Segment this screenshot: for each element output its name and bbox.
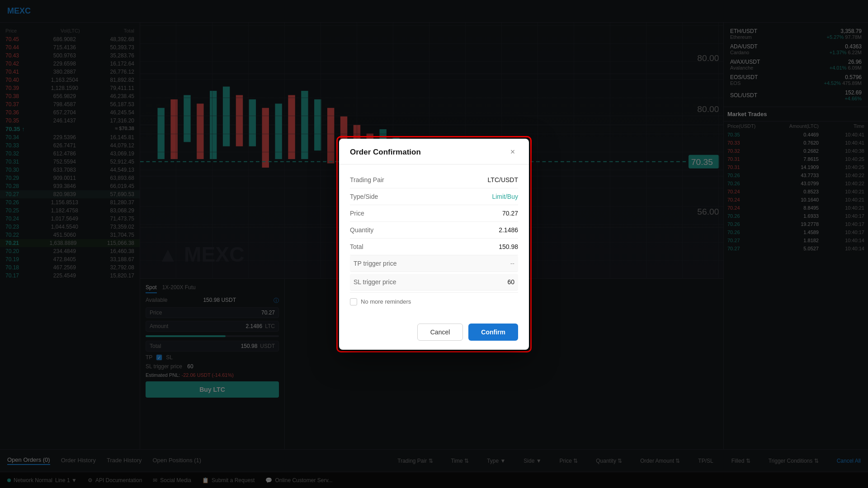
tp-trigger-value: -- xyxy=(510,260,514,267)
quantity-value: 2.1486 xyxy=(499,226,518,234)
quantity-label: Quantity xyxy=(350,226,373,234)
price-row: Price 70.27 xyxy=(350,205,518,222)
price-label: Price xyxy=(350,210,364,217)
type-side-row: Type/Side Limit/Buy xyxy=(350,188,518,205)
no-reminder-checkbox[interactable] xyxy=(350,298,357,305)
sl-trigger-label: SL trigger price xyxy=(354,278,396,286)
order-confirmation-modal: Order Confirmation × Trading Pair LTC/US… xyxy=(339,139,529,350)
confirm-button[interactable]: Confirm xyxy=(468,324,518,341)
reminder-label: No more reminders xyxy=(361,298,411,305)
type-side-value: Limit/Buy xyxy=(492,193,518,200)
modal-title: Order Confirmation xyxy=(350,148,421,157)
total-row: Total 150.98 xyxy=(350,239,518,255)
sl-trigger-row: SL trigger price 60 xyxy=(350,274,518,291)
sl-trigger-value: 60 xyxy=(507,278,514,286)
trading-pair-row: Trading Pair LTC/USDT xyxy=(350,172,518,188)
modal-highlight-border: Order Confirmation × Trading Pair LTC/US… xyxy=(336,136,532,352)
trading-pair-value: LTC/USDT xyxy=(488,176,518,183)
type-side-label: Type/Side xyxy=(350,193,378,200)
close-modal-button[interactable]: × xyxy=(507,147,518,158)
tp-trigger-row: TP trigger price -- xyxy=(350,255,518,272)
quantity-row: Quantity 2.1486 xyxy=(350,222,518,239)
modal-header: Order Confirmation × xyxy=(339,139,529,164)
modal-overlay: Order Confirmation × Trading Pair LTC/US… xyxy=(0,0,868,488)
price-value: 70.27 xyxy=(502,210,518,217)
modal-footer: Cancel Confirm xyxy=(339,318,529,350)
modal-body: Trading Pair LTC/USDT Type/Side Limit/Bu… xyxy=(339,164,529,318)
reminder-row: No more reminders xyxy=(350,292,518,311)
trading-pair-label: Trading Pair xyxy=(350,176,384,183)
total-label: Total xyxy=(350,243,363,250)
tp-trigger-label: TP trigger price xyxy=(354,260,396,267)
cancel-button[interactable]: Cancel xyxy=(417,324,463,341)
total-value: 150.98 xyxy=(499,243,518,250)
